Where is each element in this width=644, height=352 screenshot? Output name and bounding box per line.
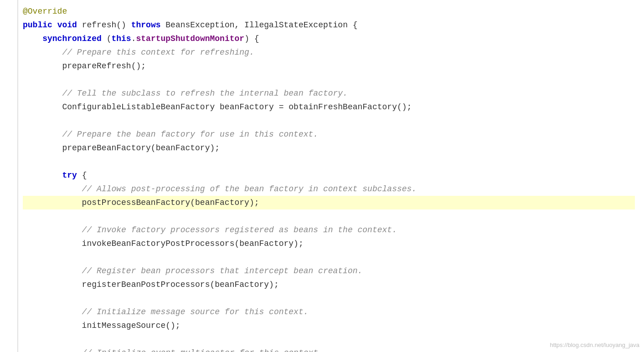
code-token: // Invoke factory processors registered … <box>23 225 397 235</box>
code-token: ( <box>102 34 112 43</box>
code-token <box>52 20 57 30</box>
code-line: // Register bean processors that interce… <box>23 264 635 278</box>
left-gutter <box>0 0 18 352</box>
code-line: // Allows post-processing of the bean fa… <box>23 182 635 196</box>
code-token: // Register bean processors that interce… <box>23 266 362 275</box>
code-line <box>23 332 635 346</box>
code-token: // Prepare the bean factory for use in t… <box>23 130 318 139</box>
code-container: @Overridepublic void refresh() throws Be… <box>0 0 644 352</box>
code-token: throws <box>131 20 161 30</box>
code-line: prepareRefresh(); <box>23 59 635 73</box>
code-line <box>23 155 635 168</box>
code-token: invokeBeanFactoryPostProcessors(beanFact… <box>23 239 304 248</box>
code-line <box>23 250 635 264</box>
watermark: https://blog.csdn.net/luoyang_java <box>550 342 639 348</box>
code-line <box>23 291 635 305</box>
code-line: synchronized (this.startupShutdownMonito… <box>23 32 635 46</box>
code-line: ConfigurableListableBeanFactory beanFact… <box>23 100 635 114</box>
code-line: try { <box>23 168 635 182</box>
code-line <box>23 209 635 223</box>
code-token: prepareBeanFactory(beanFactory); <box>23 143 220 153</box>
code-line <box>23 114 635 128</box>
code-token <box>23 34 42 43</box>
code-token: prepareRefresh(); <box>23 61 146 71</box>
code-line: // Initialize event multicaster for this… <box>23 346 635 352</box>
code-line: registerBeanPostProcessors(beanFactory); <box>23 278 635 291</box>
code-line: // Invoke factory processors registered … <box>23 223 635 237</box>
code-token: BeansException, IllegalStateException { <box>160 20 357 30</box>
code-token: ConfigurableListableBeanFactory beanFact… <box>23 102 412 112</box>
code-token: initMessageSource(); <box>23 321 180 330</box>
code-line: // Prepare this context for refreshing. <box>23 46 635 59</box>
code-token: // Initialize event multicaster for this… <box>23 348 323 352</box>
code-line: initMessageSource(); <box>23 319 635 332</box>
code-line: public void refresh() throws BeansExcept… <box>23 18 635 32</box>
code-token: refresh() <box>77 20 131 30</box>
code-token: try <box>62 171 77 180</box>
code-token: { <box>77 171 87 180</box>
code-token: . <box>131 34 136 43</box>
code-line: invokeBeanFactoryPostProcessors(beanFact… <box>23 237 635 250</box>
code-token: void <box>57 20 77 30</box>
code-token: @Override <box>23 7 67 16</box>
code-line: // Initialize message source for this co… <box>23 305 635 319</box>
code-line: // Prepare the bean factory for use in t… <box>23 128 635 141</box>
code-line: @Override <box>23 5 635 18</box>
code-token: this <box>111 34 131 43</box>
code-token: ) { <box>244 34 259 43</box>
code-token: startupShutdownMonitor <box>136 34 244 43</box>
code-token: public <box>23 20 52 30</box>
code-content: @Overridepublic void refresh() throws Be… <box>0 5 644 352</box>
code-line: prepareBeanFactory(beanFactory); <box>23 141 635 155</box>
code-token: // Allows post-processing of the bean fa… <box>23 184 417 194</box>
code-line: postProcessBeanFactory(beanFactory); <box>23 196 635 209</box>
code-line: // Tell the subclass to refresh the inte… <box>23 87 635 100</box>
code-token: // Tell the subclass to refresh the inte… <box>23 89 348 98</box>
code-token: registerBeanPostProcessors(beanFactory); <box>23 280 279 289</box>
code-token <box>23 171 62 180</box>
code-token: // Prepare this context for refreshing. <box>23 48 254 57</box>
code-token: // Initialize message source for this co… <box>23 307 309 316</box>
code-token: postProcessBeanFactory(beanFactory); <box>23 198 259 207</box>
code-token: synchronized <box>42 34 102 43</box>
code-line <box>23 73 635 87</box>
